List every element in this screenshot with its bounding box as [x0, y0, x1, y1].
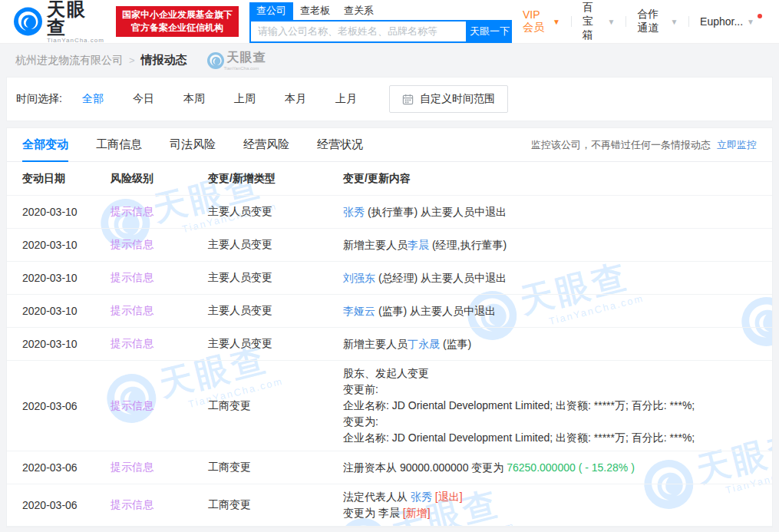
search-input[interactable] [249, 20, 467, 43]
row-risk-cell: 提示信息 [111, 337, 208, 351]
custom-time-range-button[interactable]: 自定义时间范围 [389, 85, 508, 113]
category-tabs: 全部变动 工商信息 司法风险 经营风险 经营状况 监控该公司，不再错过任何一条情… [7, 128, 772, 162]
row-change-type: 工商变更 [208, 461, 343, 474]
person-link[interactable]: 张秀 [411, 491, 432, 503]
tianyancha-logo[interactable]: 天眼查 TianYanCha.com [14, 0, 105, 44]
content-line: 新增主要人员丁永晟 (监事) [343, 336, 760, 352]
row-change-date: 2020-03-06 [7, 461, 111, 474]
risk-level-link[interactable]: 提示信息 [111, 461, 153, 473]
row-change-type: 主要人员变更 [208, 271, 343, 285]
tab-judicial-risk[interactable]: 司法风险 [170, 128, 216, 162]
row-change-content: 注册资本从 90000.000000 变更为 76250.000000 ( - … [343, 460, 772, 476]
risk-level-link[interactable]: 提示信息 [111, 304, 153, 316]
row-risk-cell: 提示信息 [111, 399, 208, 413]
tab-operation-status[interactable]: 经营状况 [317, 128, 363, 162]
table-row: 2020-03-10提示信息主要人员变更新增主要人员丁永晟 (监事) [7, 328, 772, 361]
risk-level-link[interactable]: 提示信息 [111, 205, 153, 217]
person-link[interactable]: 李晨 [408, 239, 429, 251]
risk-level-link[interactable]: 提示信息 [111, 271, 153, 283]
menu-vip-label: VIP会员 [523, 8, 549, 35]
table-row: 2020-03-10提示信息主要人员变更新增主要人员李晨 (经理,执行董事) [7, 229, 772, 262]
plain-text: 企业名称: JD Oriental Development Limited; 出… [343, 431, 695, 444]
risk-level-link[interactable]: 提示信息 [111, 399, 153, 411]
custom-range-label: 自定义时间范围 [420, 92, 495, 106]
table-row: 2020-03-10提示信息主要人员变更张秀 (执行董事) 从主要人员中退出 [7, 196, 772, 229]
time-option[interactable]: 上周 [234, 92, 256, 106]
search-module: 查公司 查老板 查关系 天眼一下 [249, 2, 512, 43]
row-change-date: 2020-03-06 [7, 499, 111, 511]
row-change-type: 主要人员变更 [208, 304, 343, 318]
row-change-type: 工商变更 [208, 399, 343, 413]
table-row: 2020-03-06提示信息工商变更注册资本从 90000.000000 变更为… [7, 451, 772, 484]
row-change-type: 工商变更 [208, 498, 343, 512]
search-tab-company[interactable]: 查公司 [249, 2, 293, 20]
logo-swirl-icon [14, 7, 42, 36]
content-line: 刘强东 (总经理) 从主要人员中退出 [343, 270, 760, 286]
monitor-now-link[interactable]: 立即监控 [717, 138, 757, 152]
risk-level-link[interactable]: 提示信息 [111, 238, 153, 250]
breadcrumb-company-link[interactable]: 杭州进龙物流有限公司 [15, 54, 123, 68]
top-menu: VIP会员 ▼ 百宝箱 ▼ 合作通道 ▼ Euphor... ▼ [512, 1, 765, 42]
monitor-prompt: 监控该公司，不再错过任何一条情报动态 立即监控 [531, 138, 757, 152]
tab-all-changes[interactable]: 全部变动 [22, 128, 68, 162]
header-change-date: 变动日期 [7, 172, 111, 186]
tab-business-info[interactable]: 工商信息 [96, 128, 142, 162]
person-link[interactable]: 刘强东 [343, 272, 375, 284]
menu-toolbox-label: 百宝箱 [583, 1, 604, 42]
changes-table: 变动日期 风险级别 变更/新增类型 变更/更新内容 2020-03-10提示信息… [7, 162, 772, 527]
plain-text: 法定代表人从 [343, 491, 411, 503]
notification-dot [758, 14, 762, 18]
plain-text: (监事) 从主要人员中退出 [375, 305, 496, 317]
person-link[interactable]: 张秀 [343, 206, 365, 218]
plain-text: 新增主要人员 [343, 338, 408, 350]
table-body: 2020-03-10提示信息主要人员变更张秀 (执行董事) 从主要人员中退出20… [7, 196, 772, 527]
risk-level-link[interactable]: 提示信息 [111, 337, 153, 349]
table-row: 2020-03-10提示信息主要人员变更刘强东 (总经理) 从主要人员中退出 [7, 262, 772, 295]
row-change-content: 张秀 (执行董事) 从主要人员中退出 [343, 204, 772, 220]
chevron-down-icon: ▼ [670, 18, 678, 26]
time-option[interactable]: 本周 [183, 92, 205, 106]
badge-line2: 官方备案企业征信机构 [122, 21, 233, 35]
row-change-type: 主要人员变更 [208, 337, 343, 351]
row-change-content: 新增主要人员李晨 (经理,执行董事) [343, 237, 772, 253]
person-link[interactable]: 李娅云 [343, 305, 375, 317]
menu-user-account[interactable]: Euphor... ▼ [689, 15, 765, 28]
brand-name: 天眼查 [227, 51, 266, 64]
plain-text: (监事) [440, 338, 471, 350]
search-button[interactable]: 天眼一下 [467, 20, 512, 43]
time-option[interactable]: 今日 [133, 92, 154, 106]
brand-domain: TianYanCha.com [47, 37, 105, 44]
content-line: 张秀 (执行董事) 从主要人员中退出 [343, 204, 760, 220]
menu-partner[interactable]: 合作通道 ▼ [626, 8, 688, 35]
table-row: 2020-03-06提示信息工商变更法定代表人从 张秀 [退出]变更为 李晨 [… [7, 484, 772, 527]
plain-text: 新增主要人员 [343, 239, 408, 251]
time-option[interactable]: 本月 [285, 92, 306, 106]
top-header: 天眼查 TianYanCha.com 国家中小企业发展基金旗下 官方备案企业征信… [0, 0, 779, 44]
plain-text: (执行董事) 从主要人员中退出 [365, 206, 507, 218]
highlight-text: [新增] [403, 507, 431, 519]
search-tab-boss[interactable]: 查老板 [293, 2, 337, 20]
main-panel: 天眼查TianYanCha.com 天眼查TianYanCha.com 天眼查T… [6, 127, 773, 527]
official-badge: 国家中小企业发展基金旗下 官方备案企业征信机构 [116, 6, 239, 37]
menu-toolbox[interactable]: 百宝箱 ▼ [572, 1, 626, 42]
content-line: 变更前: [343, 382, 760, 398]
badge-line1: 国家中小企业发展基金旗下 [122, 8, 233, 21]
time-option[interactable]: 上月 [335, 92, 357, 106]
row-change-content: 法定代表人从 张秀 [退出]变更为 李晨 [新增] [343, 489, 772, 521]
menu-vip[interactable]: VIP会员 ▼ [512, 8, 571, 35]
row-change-date: 2020-03-10 [7, 206, 111, 218]
row-change-date: 2020-03-10 [7, 305, 111, 317]
plain-text: 变更前: [343, 383, 378, 395]
row-risk-cell: 提示信息 [111, 304, 208, 318]
person-link[interactable]: 丁永晟 [408, 338, 440, 350]
time-option[interactable]: 全部 [82, 92, 104, 106]
plain-text: (经理,执行董事) [429, 239, 507, 251]
header-risk-level: 风险级别 [111, 172, 208, 186]
content-line: 变更为 李晨 [新增] [343, 505, 760, 521]
risk-level-link[interactable]: 提示信息 [111, 498, 153, 511]
inline-brand-mark: 天眼查 TianYanCha.com [207, 50, 266, 71]
tab-operation-risk[interactable]: 经营风险 [243, 128, 289, 162]
chevron-down-icon: ▼ [608, 18, 616, 26]
search-tab-relation[interactable]: 查关系 [337, 2, 381, 20]
chevron-down-icon: ▼ [747, 18, 754, 26]
